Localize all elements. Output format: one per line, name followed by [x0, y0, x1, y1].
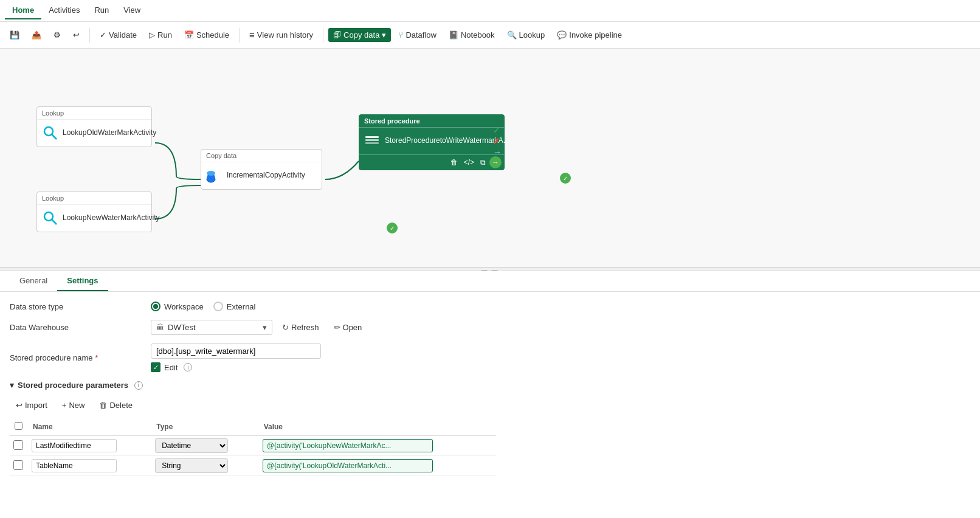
chevron-down-icon: ▾	[10, 381, 14, 390]
lookup-node-1-title: Lookup	[37, 107, 151, 120]
svg-text:✓: ✓	[390, 225, 395, 232]
radio-external[interactable]: External	[213, 302, 256, 311]
lookup-button[interactable]: 🔍 Lookup	[502, 28, 550, 42]
new-param-button[interactable]: + New	[56, 398, 91, 412]
svg-rect-13	[365, 136, 379, 138]
undo-button[interactable]: ↩	[68, 28, 85, 42]
stored-error-icon: ✗	[493, 136, 502, 146]
lookup-node-1-icon	[42, 125, 59, 142]
param-row-2-name-input[interactable]	[32, 459, 117, 472]
stored-procedure-name-row: Stored procedure name * ✓ Edit i	[10, 344, 970, 372]
stored-procedure-name-input[interactable]	[151, 344, 321, 359]
copy-data-node-title: Copy data	[201, 150, 322, 162]
param-row-1-checkbox[interactable]	[13, 440, 23, 450]
param-row-2-checkbox[interactable]	[13, 460, 23, 470]
radio-group: Workspace External	[151, 302, 256, 311]
stored-procedure-node[interactable]: Stored procedure StoredProceduretoWriteW…	[359, 114, 505, 170]
lookup-icon: 🔍	[507, 30, 517, 40]
param-row-1: Datetime String Int	[10, 436, 496, 456]
history-icon: ≡	[249, 30, 255, 40]
save-button[interactable]: 💾	[5, 28, 24, 42]
dataflow-icon: ⑂	[398, 30, 403, 40]
separator-2	[239, 28, 240, 43]
svg-point-12	[207, 171, 215, 176]
copy-data-node[interactable]: Copy data IncrementalCopyActivity	[201, 149, 322, 190]
param-row-2-name-cell	[28, 456, 151, 476]
open-button[interactable]: ✏ Open	[329, 320, 367, 334]
param-row-1-type-select[interactable]: Datetime String Int	[155, 438, 228, 453]
calendar-icon: 📅	[184, 30, 194, 40]
param-row-1-name-input[interactable]	[32, 439, 117, 452]
stored-procedure-label: StoredProceduretoWriteWatermarkA...	[385, 136, 509, 146]
name-column-header: Name	[28, 418, 151, 436]
workspace-label: Workspace	[164, 302, 204, 311]
publish-button[interactable]: 📤	[27, 28, 46, 42]
stored-procedure-name-controls: ✓ Edit i	[151, 344, 970, 372]
stored-node-actions: 🗑 </> ⧉ →	[359, 154, 504, 170]
param-row-2-type-cell: String Datetime Int	[151, 456, 258, 476]
param-row-1-value-input[interactable]	[263, 439, 433, 452]
notebook-button[interactable]: 📓 Notebook	[444, 28, 500, 42]
select-all-header	[10, 418, 28, 436]
validate-button[interactable]: ✓ Validate	[95, 28, 142, 42]
select-all-checkbox[interactable]	[15, 422, 22, 430]
delete-activity-button[interactable]: 🗑	[448, 157, 460, 168]
import-button[interactable]: ↩ Import	[10, 398, 53, 412]
settings-panel: Data store type Workspace External	[0, 292, 980, 486]
pipeline-canvas[interactable]: ✓ ✓ ✓ Lookup LookupOldWaterMarkActivity …	[0, 49, 980, 268]
tab-general[interactable]: General	[10, 271, 57, 291]
settings-button[interactable]: ⚙	[49, 28, 66, 42]
lookup-node-2[interactable]: Lookup LookupNewWaterMarkActivity	[36, 192, 152, 232]
lookup-node-2-icon	[42, 210, 59, 227]
delete-param-button[interactable]: 🗑 Delete	[93, 398, 139, 412]
svg-point-8	[44, 212, 53, 221]
copy-data-button[interactable]: 🗐 Copy data ▾	[328, 28, 391, 42]
edit-info-icon[interactable]: i	[184, 363, 192, 371]
stored-procedure-name-label: Stored procedure name *	[10, 353, 143, 362]
settings-icon: ⚙	[53, 30, 61, 40]
refresh-icon: ↻	[282, 323, 289, 332]
param-row-2-value-input[interactable]	[263, 459, 433, 472]
params-section-header[interactable]: ▾ Stored procedure parameters i	[10, 381, 970, 390]
tabs: General Settings	[0, 271, 980, 292]
svg-point-2	[387, 223, 398, 233]
param-row-1-name-cell	[28, 436, 151, 456]
warehouse-icon: 🏛	[156, 323, 164, 332]
param-row-2-type-select[interactable]: String Datetime Int	[155, 458, 228, 473]
stored-procedure-node-title: Stored procedure	[359, 115, 504, 128]
lookup-node-1[interactable]: Lookup LookupOldWaterMarkActivity	[36, 106, 152, 147]
params-info-icon[interactable]: i	[134, 381, 143, 390]
param-row-2: String Datetime Int	[10, 456, 496, 476]
menu-activities[interactable]: Activities	[41, 2, 87, 19]
stored-procedure-node-body: StoredProceduretoWriteWatermarkA... ✓ ✗ …	[359, 128, 504, 154]
separator-3	[323, 28, 323, 43]
data-warehouse-dropdown[interactable]: 🏛 DWTest ▾	[151, 320, 272, 335]
invoke-pipeline-button[interactable]: 💬 Invoke pipeline	[552, 28, 627, 42]
code-button[interactable]: </>	[461, 157, 477, 168]
params-section-label: Stored procedure parameters	[18, 381, 128, 390]
dataflow-button[interactable]: ⑂ Dataflow	[393, 28, 441, 42]
param-row-1-type-cell: Datetime String Int	[151, 436, 258, 456]
schedule-button[interactable]: 📅 Schedule	[179, 28, 234, 42]
lookup-node-1-body: LookupOldWaterMarkActivity	[37, 120, 151, 147]
value-column-header: Value	[259, 418, 496, 436]
view-run-history-button[interactable]: ≡ View run history	[244, 27, 318, 43]
params-toolbar: ↩ Import + New 🗑 Delete	[10, 398, 970, 412]
menu-view[interactable]: View	[116, 2, 148, 19]
stored-skip-icon: →	[493, 147, 502, 157]
refresh-button[interactable]: ↻ Refresh	[277, 320, 324, 334]
edit-checkbox-item[interactable]: ✓ Edit i	[151, 362, 192, 372]
menu-run[interactable]: Run	[87, 2, 116, 19]
required-marker: *	[95, 353, 98, 362]
tab-settings[interactable]: Settings	[57, 271, 108, 291]
goto-button[interactable]: →	[489, 156, 502, 168]
menu-home[interactable]: Home	[5, 2, 41, 19]
copy-data-node-icon	[206, 167, 223, 184]
run-button[interactable]: ▷ Run	[144, 28, 177, 42]
copy-data-node-body: IncrementalCopyActivity	[201, 162, 322, 189]
undo-icon: ↩	[73, 30, 80, 40]
copy-icon: 🗐	[333, 30, 341, 40]
play-icon: ▷	[149, 30, 155, 40]
radio-workspace[interactable]: Workspace	[151, 302, 204, 311]
copy-activity-button[interactable]: ⧉	[478, 157, 488, 168]
